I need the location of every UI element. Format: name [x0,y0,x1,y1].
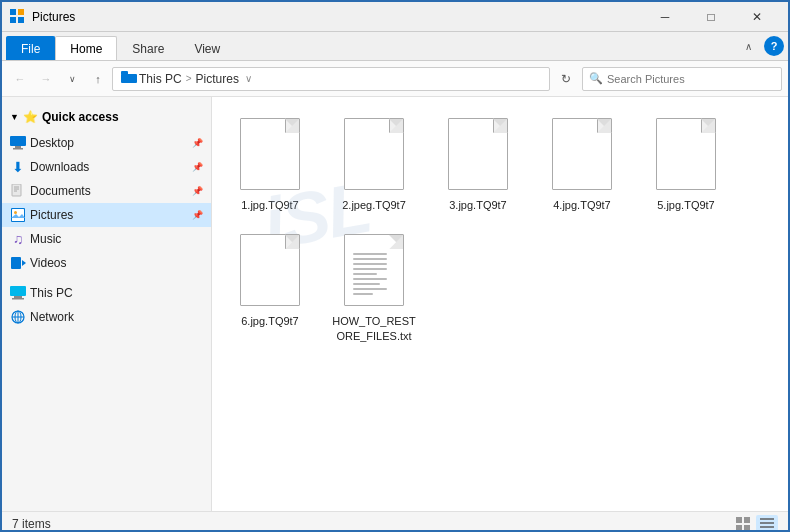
documents-icon [10,183,26,199]
forward-button[interactable]: → [34,67,58,91]
videos-label: Videos [30,256,203,270]
documents-pin: 📌 [192,186,203,196]
tab-share[interactable]: Share [117,36,179,60]
doc-icon-shape [448,118,508,190]
address-path[interactable]: This PC > Pictures ∨ [112,67,550,91]
svg-rect-2 [18,9,24,15]
file-icon [547,114,617,194]
sidebar-item-this-pc[interactable]: This PC [2,281,211,305]
svg-rect-3 [18,17,24,23]
file-name: 5.jpg.TQ9t7 [657,198,714,212]
tab-home[interactable]: Home [55,36,117,60]
details-view-button[interactable] [756,515,778,533]
svg-rect-29 [760,518,774,520]
desktop-label: Desktop [30,136,188,150]
doc-icon-shape [240,234,300,306]
file-item[interactable]: 5.jpg.TQ9t7 [636,105,736,217]
ribbon: File Home Share View ∧ ? [2,32,788,61]
sidebar-quick-access-header[interactable]: ▼ ⭐ Quick access [2,103,211,131]
documents-label: Documents [30,184,188,198]
search-input[interactable] [607,73,775,85]
doc-icon-shape [656,118,716,190]
svg-rect-30 [760,522,774,524]
file-icon [339,114,409,194]
address-bar: ← → ∨ ↑ This PC > Pictures ∨ ↻ 🔍 [2,61,788,97]
file-item[interactable]: 1.jpg.TQ9t7 [220,105,320,217]
sidebar-item-network[interactable]: Network [2,305,211,329]
pictures-label: Pictures [30,208,188,222]
file-item[interactable]: 4.jpg.TQ9t7 [532,105,632,217]
this-pc-icon [10,285,26,301]
downloads-pin: 📌 [192,162,203,172]
videos-icon [10,255,26,271]
this-pc-label: This PC [30,286,203,300]
up-button[interactable]: ↑ [86,67,110,91]
close-button[interactable]: ✕ [734,2,780,32]
pictures-pin: 📌 [192,210,203,220]
file-item[interactable]: 3.jpg.TQ9t7 [428,105,528,217]
quick-access-label: Quick access [42,110,119,124]
title-bar: Pictures ─ □ ✕ [2,2,788,32]
sidebar-item-music[interactable]: ♫ Music [2,227,211,251]
maximize-button[interactable]: □ [688,2,734,32]
window-controls: ─ □ ✕ [642,2,780,32]
downloads-icon: ⬇ [10,159,26,175]
file-icon [339,230,409,310]
back-button[interactable]: ← [8,67,32,91]
refresh-button[interactable]: ↻ [552,67,580,91]
desktop-icon [10,135,26,151]
help-button[interactable]: ? [764,36,784,56]
txt-lines [353,253,387,295]
file-icon [235,114,305,194]
tab-file[interactable]: File [6,36,55,60]
tab-view[interactable]: View [179,36,235,60]
file-name: 1.jpg.TQ9t7 [241,198,298,212]
svg-point-15 [14,211,17,214]
window-title: Pictures [32,10,642,24]
svg-rect-19 [14,296,22,298]
path-this-pc[interactable]: This PC [139,72,182,86]
sidebar-item-desktop[interactable]: Desktop 📌 [2,131,211,155]
file-item[interactable]: 2.jpeg.TQ9t7 [324,105,424,217]
file-area: 1.jpg.TQ9t7 2.jpeg.TQ9t7 3.jpg.TQ9t7 [212,97,788,511]
svg-rect-16 [11,257,21,269]
sidebar-item-downloads[interactable]: ⬇ Downloads 📌 [2,155,211,179]
doc-icon-shape [344,118,404,190]
svg-rect-20 [12,298,24,300]
search-box[interactable]: 🔍 [582,67,782,91]
recent-locations-button[interactable]: ∨ [60,67,84,91]
minimize-button[interactable]: ─ [642,2,688,32]
svg-rect-9 [12,184,21,196]
sidebar-item-videos[interactable]: Videos [2,251,211,275]
svg-rect-5 [121,71,128,75]
sidebar-item-pictures[interactable]: Pictures 📌 [2,203,211,227]
svg-rect-1 [10,17,16,23]
file-item[interactable]: 6.jpg.TQ9t7 [220,221,320,348]
search-icon: 🔍 [589,72,603,85]
grid-view-button[interactable] [732,515,754,533]
doc-icon-shape [552,118,612,190]
svg-rect-31 [760,526,774,528]
status-bar: 7 items [2,511,788,532]
svg-rect-26 [744,517,750,523]
file-icon [651,114,721,194]
path-pictures[interactable]: Pictures [196,72,239,86]
file-name: HOW_TO_RESTORE_FILES.txt [329,314,419,343]
svg-rect-28 [744,525,750,531]
file-icon [235,230,305,310]
svg-rect-27 [736,525,742,531]
main-area: ▼ ⭐ Quick access Desktop 📌 ⬇ Downloads 📌 [2,97,788,511]
txt-icon-shape [344,234,404,306]
file-name: 6.jpg.TQ9t7 [241,314,298,328]
downloads-label: Downloads [30,160,188,174]
path-separator-1: > [186,73,192,84]
music-label: Music [30,232,203,246]
music-icon: ♫ [10,231,26,247]
file-name: 3.jpg.TQ9t7 [449,198,506,212]
path-dropdown-arrow[interactable]: ∨ [245,73,252,84]
file-item[interactable]: HOW_TO_RESTORE_FILES.txt [324,221,424,348]
path-icon [121,71,137,86]
ribbon-collapse-button[interactable]: ∧ [736,34,760,58]
view-controls [732,515,778,533]
sidebar-item-documents[interactable]: Documents 📌 [2,179,211,203]
